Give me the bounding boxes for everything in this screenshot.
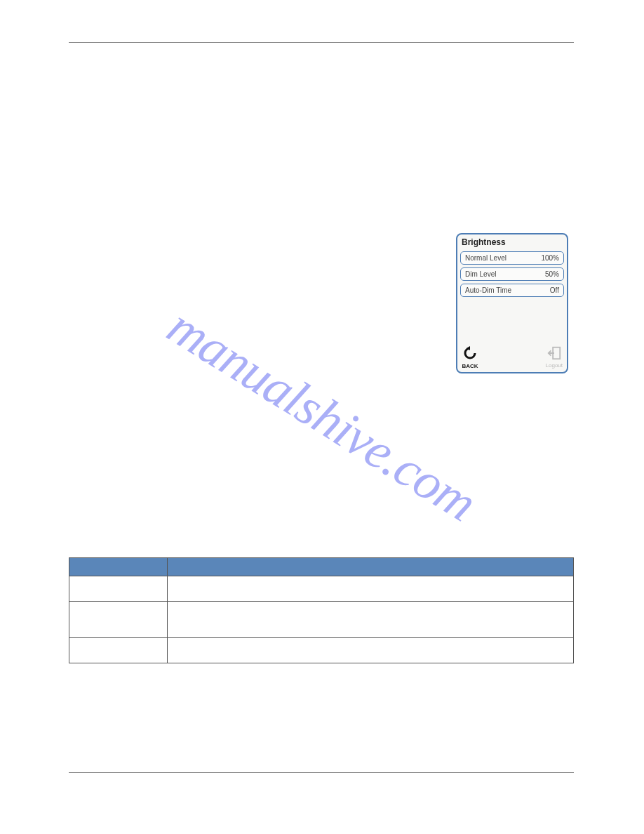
table-cell	[69, 638, 168, 663]
table-cell	[69, 602, 168, 638]
logout-button[interactable]: Logout	[546, 345, 563, 369]
table-row	[69, 638, 574, 663]
settings-table	[69, 557, 574, 663]
row-normal-level[interactable]: Normal Level 100%	[460, 251, 564, 265]
watermark-text: manualshive.com	[157, 296, 487, 533]
logout-label: Logout	[546, 362, 563, 369]
back-label: BACK	[462, 363, 478, 369]
back-icon	[462, 345, 478, 363]
table-cell	[168, 576, 574, 602]
row-label: Normal Level	[465, 254, 507, 262]
row-value: 100%	[541, 254, 559, 262]
table-header-row	[69, 558, 574, 576]
panel-footer: BACK Logout	[457, 343, 567, 372]
panel-title: Brightness	[457, 234, 567, 251]
table-row	[69, 602, 574, 638]
table-cell	[69, 576, 168, 602]
bottom-divider	[69, 772, 574, 773]
brightness-panel: Brightness Normal Level 100% Dim Level 5…	[456, 233, 568, 373]
top-divider	[69, 42, 574, 43]
table-header-cell	[69, 558, 168, 576]
page-content	[69, 42, 574, 232]
row-dim-level[interactable]: Dim Level 50%	[460, 267, 564, 281]
row-label: Dim Level	[465, 270, 496, 278]
logout-icon	[546, 345, 562, 362]
table-header-cell	[168, 558, 574, 576]
table-row	[69, 576, 574, 602]
row-label: Auto-Dim Time	[465, 286, 511, 294]
table-cell	[168, 638, 574, 663]
row-auto-dim-time[interactable]: Auto-Dim Time Off	[460, 284, 564, 297]
back-button[interactable]: BACK	[462, 345, 478, 369]
row-value: Off	[550, 286, 559, 294]
row-value: 50%	[545, 270, 559, 278]
table-cell	[168, 602, 574, 638]
